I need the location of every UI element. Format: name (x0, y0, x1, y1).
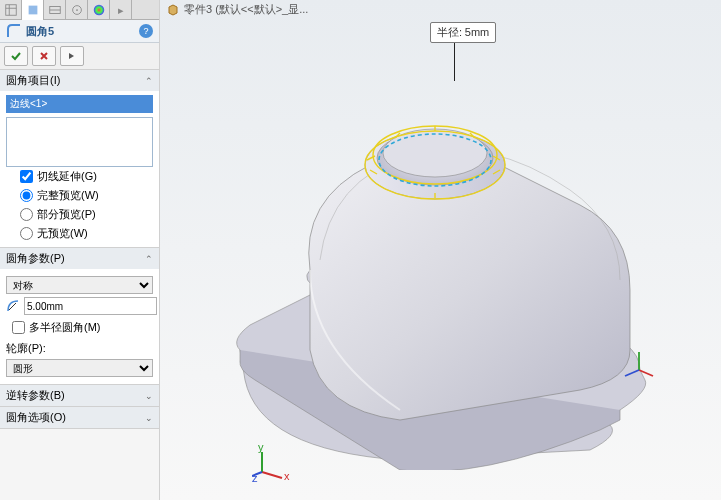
section-options[interactable]: 圆角选项(O) ⌄ (0, 407, 159, 429)
svg-line-14 (639, 370, 653, 376)
info-icon[interactable]: ? (139, 24, 153, 38)
triad-iso[interactable] (619, 340, 659, 380)
section-reverse[interactable]: 逆转参数(B) ⌄ (0, 385, 159, 407)
preview-partial-row[interactable]: 部分预览(P) (6, 205, 153, 224)
profile-select[interactable]: 圆形 (6, 359, 153, 377)
fillet-icon (6, 23, 22, 39)
section-fillet-params: 圆角参数(P) ⌃ 对称 ▲ ▼ 多半径圆角(M) 轮廓(P): 圆形 (0, 248, 159, 385)
tab-property-manager[interactable] (22, 0, 44, 20)
svg-point-6 (93, 5, 104, 16)
svg-line-17 (262, 472, 282, 478)
section-fillet-items-header[interactable]: 圆角项目(I) ⌃ (0, 70, 159, 91)
svg-rect-1 (28, 6, 37, 15)
svg-line-16 (625, 370, 639, 376)
preview-partial-radio[interactable] (20, 208, 33, 221)
radius-input[interactable] (24, 297, 157, 315)
model-render (200, 70, 700, 470)
multiradius-label: 多半径圆角(M) (29, 320, 101, 335)
preview-none-radio[interactable] (20, 227, 33, 240)
tab-feature-manager[interactable] (0, 0, 22, 20)
section-label: 逆转参数(B) (6, 388, 65, 403)
section-label: 圆角项目(I) (6, 73, 60, 88)
cancel-button[interactable] (32, 46, 56, 66)
tab-dimxpert[interactable] (66, 0, 88, 20)
chevron-up-icon: ⌃ (145, 254, 153, 264)
svg-text:x: x (284, 470, 290, 482)
feature-title: 圆角5 (26, 24, 54, 39)
callout-label: 半径: (437, 26, 462, 38)
multiradius-checkbox[interactable] (12, 321, 25, 334)
triad-origin[interactable]: x y z (252, 442, 292, 482)
feature-header: 圆角5 ? (0, 20, 159, 43)
tab-display-manager[interactable] (88, 0, 110, 20)
preview-button[interactable] (60, 46, 84, 66)
breadcrumb[interactable]: 零件3 (默认<<默认>_显... (166, 2, 308, 17)
tangent-prop-row[interactable]: 切线延伸(G) (6, 167, 153, 186)
symmetry-select[interactable]: 对称 (6, 276, 153, 294)
callout-value: 5mm (465, 26, 489, 38)
tab-extra[interactable]: ▸ (110, 0, 132, 20)
tab-config-manager[interactable] (44, 0, 66, 20)
preview-none-label: 无预览(W) (37, 226, 88, 241)
section-fillet-params-header[interactable]: 圆角参数(P) ⌃ (0, 248, 159, 269)
confirm-row (0, 43, 159, 70)
svg-text:y: y (258, 442, 264, 453)
tangent-checkbox[interactable] (20, 170, 33, 183)
chevron-down-icon: ⌄ (145, 413, 153, 423)
svg-point-5 (76, 9, 78, 11)
chevron-up-icon: ⌃ (145, 76, 153, 86)
preview-full-label: 完整预览(W) (37, 188, 99, 203)
selection-list[interactable] (6, 117, 153, 167)
preview-full-radio[interactable] (20, 189, 33, 202)
preview-partial-label: 部分预览(P) (37, 207, 96, 222)
breadcrumb-text: 零件3 (默认<<默认>_显... (184, 2, 308, 17)
preview-none-row[interactable]: 无预览(W) (6, 224, 153, 243)
tangent-label: 切线延伸(G) (37, 169, 97, 184)
graphics-viewport[interactable]: 零件3 (默认<<默认>_显... 半径: 5mm (160, 0, 721, 500)
profile-label: 轮廓(P): (6, 341, 153, 356)
section-label: 圆角参数(P) (6, 251, 65, 266)
preview-full-row[interactable]: 完整预览(W) (6, 186, 153, 205)
radius-icon (6, 298, 20, 314)
ok-button[interactable] (4, 46, 28, 66)
selection-entry[interactable]: 边线<1> (6, 95, 153, 113)
chevron-down-icon: ⌄ (145, 391, 153, 401)
section-label: 圆角选项(O) (6, 410, 66, 425)
property-panel: ▸ 圆角5 ? 圆角项目(I) ⌃ 边线<1> 切线延伸(G) 完整预览(W) (0, 0, 160, 500)
callout-box[interactable]: 半径: 5mm (430, 22, 496, 43)
svg-rect-0 (5, 5, 16, 16)
svg-text:z: z (252, 472, 258, 482)
section-fillet-items: 圆角项目(I) ⌃ 边线<1> 切线延伸(G) 完整预览(W) 部分预览(P) … (0, 70, 159, 248)
part-icon (166, 3, 180, 17)
panel-tabstrip: ▸ (0, 0, 159, 20)
